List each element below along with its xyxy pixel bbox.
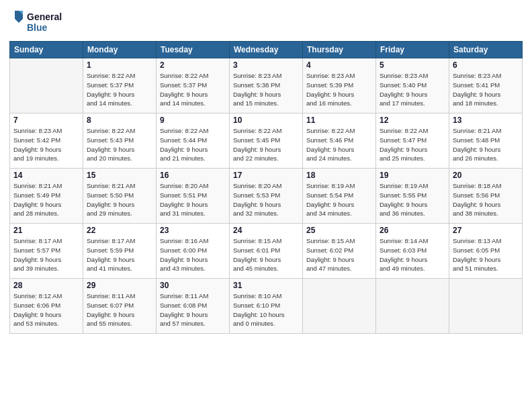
calendar-cell <box>376 279 449 334</box>
day-number: 30 <box>160 281 226 290</box>
calendar-cell <box>10 58 83 113</box>
day-info: Sunrise: 8:15 AMSunset: 6:02 PMDaylight:… <box>306 236 372 273</box>
header-tuesday: Tuesday <box>157 42 230 58</box>
day-number: 16 <box>160 171 226 180</box>
day-info: Sunrise: 8:23 AMSunset: 5:40 PMDaylight:… <box>380 71 445 108</box>
calendar-cell: 21Sunrise: 8:17 AMSunset: 5:57 PMDayligh… <box>10 224 83 279</box>
svg-text:General: General <box>27 11 62 22</box>
day-number: 31 <box>233 281 299 290</box>
day-number: 6 <box>453 60 519 70</box>
day-info: Sunrise: 8:22 AMSunset: 5:37 PMDaylight:… <box>87 71 152 108</box>
day-number: 25 <box>306 226 372 235</box>
calendar-cell: 9Sunrise: 8:22 AMSunset: 5:44 PMDaylight… <box>157 113 230 169</box>
day-number: 29 <box>87 281 152 290</box>
day-info: Sunrise: 8:21 AMSunset: 5:49 PMDaylight:… <box>13 181 79 218</box>
calendar-cell: 30Sunrise: 8:11 AMSunset: 6:08 PMDayligh… <box>157 279 230 334</box>
calendar-cell: 31Sunrise: 8:10 AMSunset: 6:10 PMDayligh… <box>230 279 303 334</box>
day-number: 12 <box>380 116 445 125</box>
day-info: Sunrise: 8:19 AMSunset: 5:54 PMDaylight:… <box>306 181 372 218</box>
day-number: 4 <box>306 60 372 70</box>
day-info: Sunrise: 8:22 AMSunset: 5:44 PMDaylight:… <box>160 126 226 163</box>
header-sunday: Sunday <box>10 42 83 58</box>
day-number: 9 <box>160 116 226 125</box>
day-number: 21 <box>13 226 79 235</box>
day-number: 1 <box>87 60 152 70</box>
day-info: Sunrise: 8:23 AMSunset: 5:38 PMDaylight:… <box>233 71 299 108</box>
header-wednesday: Wednesday <box>230 42 303 58</box>
calendar-cell: 16Sunrise: 8:20 AMSunset: 5:51 PMDayligh… <box>157 169 230 224</box>
day-number: 20 <box>453 171 519 180</box>
calendar-cell: 26Sunrise: 8:14 AMSunset: 6:03 PMDayligh… <box>376 224 449 279</box>
calendar-cell: 4Sunrise: 8:23 AMSunset: 5:39 PMDaylight… <box>303 58 376 113</box>
calendar-cell: 7Sunrise: 8:23 AMSunset: 5:42 PMDaylight… <box>10 113 83 169</box>
week-row-2: 7Sunrise: 8:23 AMSunset: 5:42 PMDaylight… <box>10 113 523 169</box>
calendar-cell: 5Sunrise: 8:23 AMSunset: 5:40 PMDaylight… <box>376 58 449 113</box>
header-saturday: Saturday <box>449 42 523 58</box>
day-number: 5 <box>380 60 445 70</box>
week-row-4: 21Sunrise: 8:17 AMSunset: 5:57 PMDayligh… <box>10 224 523 279</box>
day-info: Sunrise: 8:15 AMSunset: 6:01 PMDaylight:… <box>233 236 299 273</box>
day-number: 13 <box>453 116 519 125</box>
calendar-cell: 2Sunrise: 8:22 AMSunset: 5:37 PMDaylight… <box>157 58 230 113</box>
header-friday: Friday <box>376 42 449 58</box>
calendar-cell: 19Sunrise: 8:19 AMSunset: 5:55 PMDayligh… <box>376 169 449 224</box>
day-number: 26 <box>380 226 445 235</box>
day-info: Sunrise: 8:21 AMSunset: 5:48 PMDaylight:… <box>453 126 519 163</box>
week-row-1: 1Sunrise: 8:22 AMSunset: 5:37 PMDaylight… <box>10 58 523 113</box>
day-number: 19 <box>380 171 445 180</box>
day-number: 8 <box>87 116 152 125</box>
day-number: 3 <box>233 60 299 70</box>
calendar-cell <box>449 279 523 334</box>
calendar-cell: 24Sunrise: 8:15 AMSunset: 6:01 PMDayligh… <box>230 224 303 279</box>
calendar-cell: 13Sunrise: 8:21 AMSunset: 5:48 PMDayligh… <box>449 113 523 169</box>
calendar-cell: 3Sunrise: 8:23 AMSunset: 5:38 PMDaylight… <box>230 58 303 113</box>
day-info: Sunrise: 8:22 AMSunset: 5:37 PMDaylight:… <box>160 71 226 108</box>
day-info: Sunrise: 8:23 AMSunset: 5:42 PMDaylight:… <box>13 126 79 163</box>
day-info: Sunrise: 8:23 AMSunset: 5:41 PMDaylight:… <box>453 71 519 108</box>
day-info: Sunrise: 8:16 AMSunset: 6:00 PMDaylight:… <box>160 236 226 273</box>
day-number: 23 <box>160 226 226 235</box>
day-number: 10 <box>233 116 299 125</box>
day-info: Sunrise: 8:19 AMSunset: 5:55 PMDaylight:… <box>380 181 445 218</box>
day-info: Sunrise: 8:22 AMSunset: 5:43 PMDaylight:… <box>87 126 152 163</box>
day-number: 7 <box>13 116 79 125</box>
calendar-cell: 17Sunrise: 8:20 AMSunset: 5:53 PMDayligh… <box>230 169 303 224</box>
day-number: 11 <box>306 116 372 125</box>
day-info: Sunrise: 8:14 AMSunset: 6:03 PMDaylight:… <box>380 236 445 273</box>
logo: General Blue <box>9 7 70 37</box>
day-info: Sunrise: 8:22 AMSunset: 5:46 PMDaylight:… <box>306 126 372 163</box>
day-number: 24 <box>233 226 299 235</box>
day-info: Sunrise: 8:20 AMSunset: 5:51 PMDaylight:… <box>160 181 226 218</box>
day-info: Sunrise: 8:13 AMSunset: 6:05 PMDaylight:… <box>453 236 519 273</box>
day-info: Sunrise: 8:18 AMSunset: 5:56 PMDaylight:… <box>453 181 519 218</box>
header-thursday: Thursday <box>303 42 376 58</box>
calendar-cell: 6Sunrise: 8:23 AMSunset: 5:41 PMDaylight… <box>449 58 523 113</box>
day-number: 18 <box>306 171 372 180</box>
page-header: General Blue <box>9 7 523 37</box>
day-number: 2 <box>160 60 226 70</box>
calendar-cell: 11Sunrise: 8:22 AMSunset: 5:46 PMDayligh… <box>303 113 376 169</box>
calendar-cell: 27Sunrise: 8:13 AMSunset: 6:05 PMDayligh… <box>449 224 523 279</box>
calendar-cell: 8Sunrise: 8:22 AMSunset: 5:43 PMDaylight… <box>83 113 157 169</box>
calendar-cell: 29Sunrise: 8:11 AMSunset: 6:07 PMDayligh… <box>83 279 157 334</box>
day-number: 14 <box>13 171 79 180</box>
logo-svg: General Blue <box>9 7 70 37</box>
day-info: Sunrise: 8:11 AMSunset: 6:08 PMDaylight:… <box>160 291 226 328</box>
calendar-cell <box>303 279 376 334</box>
day-number: 28 <box>13 281 79 290</box>
svg-text:Blue: Blue <box>27 22 48 33</box>
calendar-cell: 12Sunrise: 8:22 AMSunset: 5:47 PMDayligh… <box>376 113 449 169</box>
calendar-header-row: SundayMondayTuesdayWednesdayThursdayFrid… <box>10 42 523 58</box>
day-info: Sunrise: 8:12 AMSunset: 6:06 PMDaylight:… <box>13 291 79 328</box>
week-row-3: 14Sunrise: 8:21 AMSunset: 5:49 PMDayligh… <box>10 169 523 224</box>
calendar-cell: 25Sunrise: 8:15 AMSunset: 6:02 PMDayligh… <box>303 224 376 279</box>
day-info: Sunrise: 8:21 AMSunset: 5:50 PMDaylight:… <box>87 181 152 218</box>
day-info: Sunrise: 8:11 AMSunset: 6:07 PMDaylight:… <box>87 291 152 328</box>
day-info: Sunrise: 8:10 AMSunset: 6:10 PMDaylight:… <box>233 291 299 328</box>
calendar-cell: 15Sunrise: 8:21 AMSunset: 5:50 PMDayligh… <box>83 169 157 224</box>
calendar-cell: 18Sunrise: 8:19 AMSunset: 5:54 PMDayligh… <box>303 169 376 224</box>
day-info: Sunrise: 8:20 AMSunset: 5:53 PMDaylight:… <box>233 181 299 218</box>
calendar-cell: 1Sunrise: 8:22 AMSunset: 5:37 PMDaylight… <box>83 58 157 113</box>
day-info: Sunrise: 8:17 AMSunset: 5:59 PMDaylight:… <box>87 236 152 273</box>
day-info: Sunrise: 8:22 AMSunset: 5:45 PMDaylight:… <box>233 126 299 163</box>
